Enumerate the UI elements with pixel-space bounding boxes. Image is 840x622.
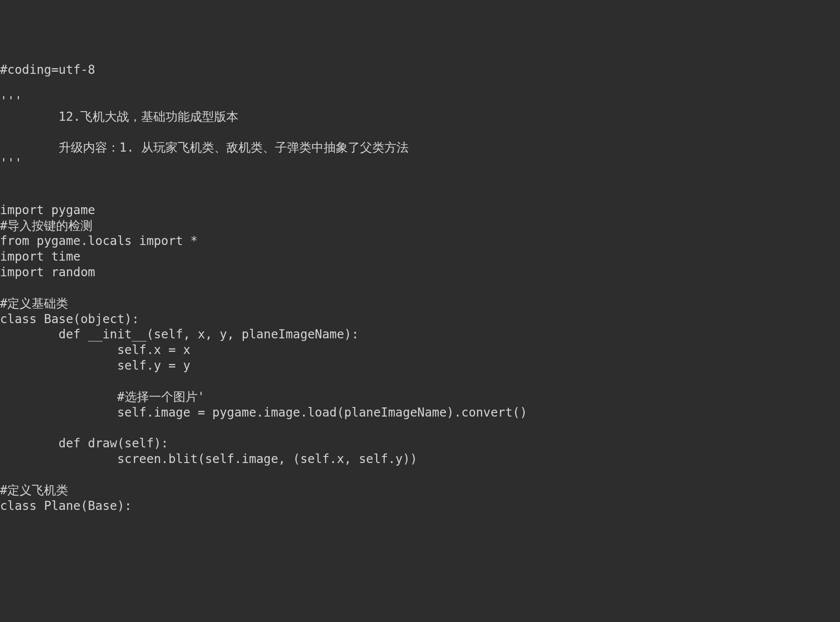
code-line: ''' <box>0 94 22 108</box>
code-line: self.image = pygame.image.load(planeImag… <box>0 405 527 420</box>
code-line: def __init__(self, x, y, planeImageName)… <box>0 327 359 341</box>
code-line: #定义基础类 <box>0 296 68 311</box>
code-line: screen.blit(self.image, (self.x, self.y)… <box>0 452 417 466</box>
code-line: def draw(self): <box>0 436 169 450</box>
code-line: self.y = y <box>0 358 190 373</box>
code-line: ''' <box>0 156 22 170</box>
code-block: #coding=utf-8 ''' 12.飞机大战，基础功能成型版本 升级内容：… <box>0 62 840 513</box>
code-line: #选择一个图片' <box>0 390 205 404</box>
code-line: import time <box>0 249 80 264</box>
code-line: import random <box>0 265 95 279</box>
code-line: import pygame <box>0 203 95 217</box>
code-line: class Base(object): <box>0 312 139 326</box>
code-line: #定义飞机类 <box>0 483 68 497</box>
code-line: 12.飞机大战，基础功能成型版本 <box>0 109 238 124</box>
code-line: #coding=utf-8 <box>0 63 95 77</box>
code-line: class Plane(Base): <box>0 499 132 513</box>
code-line: #导入按键的检测 <box>0 218 93 233</box>
code-line: self.x = x <box>0 343 190 357</box>
code-line: 升级内容：1. 从玩家飞机类、敌机类、子弹类中抽象了父类方法 <box>0 140 409 155</box>
code-line: from pygame.locals import * <box>0 234 198 248</box>
